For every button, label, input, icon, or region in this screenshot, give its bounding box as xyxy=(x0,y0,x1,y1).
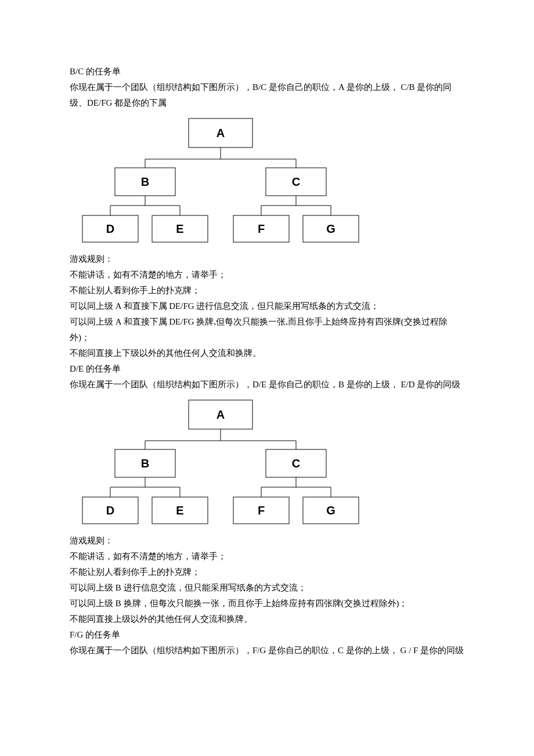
section1-rule: 可以同上级 A 和直接下属 DE/FG 进行信息交流，但只能采用写纸条的方式交流… xyxy=(70,298,464,314)
org-chart-svg-1: A B C D E F G xyxy=(70,116,371,249)
node-c-label: C xyxy=(292,457,300,470)
node-c-label: C xyxy=(292,175,300,188)
node-f-label: F xyxy=(258,504,265,517)
section1-rule: 可以同上级 A 和直接下属 DE/FG 换牌,但每次只能换一张,而且你手上始终应… xyxy=(70,314,464,345)
section1-rule: 不能讲话，如有不清楚的地方，请举手； xyxy=(70,267,464,283)
section3-title: F/G 的任务单 xyxy=(70,627,464,643)
section2-rules-heading: 游戏规则： xyxy=(70,533,464,549)
node-b-label: B xyxy=(141,457,149,470)
node-e-label: E xyxy=(176,504,183,517)
section2-intro: 你现在属于一个团队（组织结构如下图所示），D/E 是你自己的职位，B 是你的上级… xyxy=(70,377,464,393)
section2-rule: 不能同直接上级以外的其他任何人交流和换牌。 xyxy=(70,611,464,627)
section1-title: B/C 的任务单 xyxy=(70,64,464,80)
section2-title: D/E 的任务单 xyxy=(70,361,464,377)
section1-rule: 不能同直接上下级以外的其他任何人交流和换牌。 xyxy=(70,345,464,361)
node-e-label: E xyxy=(176,222,183,235)
section2-rule: 不能让别人看到你手上的扑克牌； xyxy=(70,564,464,580)
node-g-label: G xyxy=(326,222,335,235)
section1-rule: 不能让别人看到你手上的扑克牌； xyxy=(70,283,464,298)
node-b-label: B xyxy=(141,175,149,188)
section1-rules-heading: 游戏规则： xyxy=(70,251,464,267)
node-g-label: G xyxy=(326,504,335,517)
section1-intro: 你现在属于一个团队（组织结构如下图所示），B/C 是你自己的职位，A 是你的上级… xyxy=(70,80,464,111)
node-d-label: D xyxy=(106,222,114,235)
node-a-label: A xyxy=(217,127,225,139)
section3-intro: 你现在属于一个团队（组织结构如下图所示），F/G 是你自己的职位，C 是你的上级… xyxy=(70,643,464,658)
org-chart-1: A B C D E F G xyxy=(70,116,464,249)
section2-rule: 不能讲话，如有不清楚的地方，请举手； xyxy=(70,549,464,564)
section2-rule: 可以同上级 B 换牌，但每次只能换一张，而且你手上始终应持有四张牌(交换过程除外… xyxy=(70,596,464,611)
node-d-label: D xyxy=(106,504,114,517)
node-f-label: F xyxy=(258,222,265,235)
node-a-label: A xyxy=(217,408,225,421)
org-chart-svg-2: A B C D E F G xyxy=(70,397,371,531)
section2-rule: 可以同上级 B 进行信息交流，但只能采用写纸条的方式交流； xyxy=(70,580,464,596)
org-chart-2: A B C D E F G xyxy=(70,397,464,531)
